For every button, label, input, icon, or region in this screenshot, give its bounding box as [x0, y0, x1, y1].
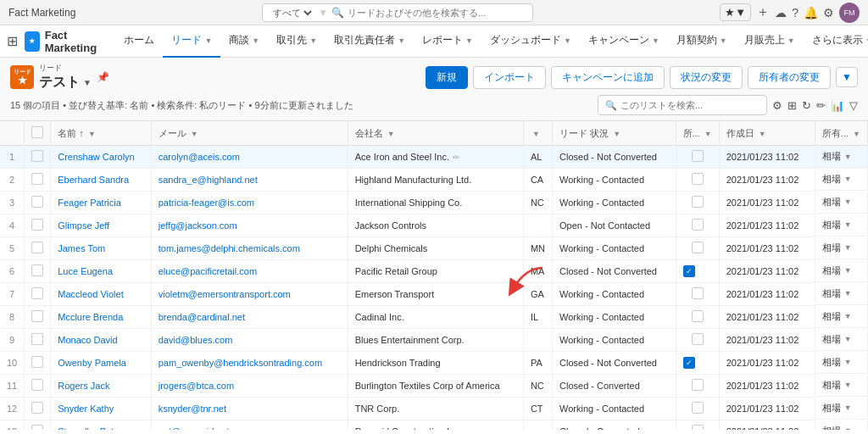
nav-item-leads[interactable]: リード▼: [163, 25, 220, 58]
owner-dropdown-icon[interactable]: ▼: [844, 220, 852, 229]
lead-name-link[interactable]: Maccleod Violet: [58, 289, 123, 299]
row-owner-check-cell[interactable]: [676, 329, 719, 352]
lead-email-link[interactable]: brenda@cardinal.net: [159, 312, 245, 322]
search-scope-select[interactable]: すべて: [270, 7, 314, 19]
lead-email-link[interactable]: david@blues.com: [159, 335, 233, 345]
lead-email-link[interactable]: eluce@pacificretail.com: [159, 266, 257, 276]
list-search-input[interactable]: [620, 100, 760, 110]
owner-dropdown-icon[interactable]: ▼: [844, 358, 852, 366]
owner-dropdown-icon[interactable]: ▼: [844, 289, 852, 298]
row-checkbox[interactable]: [31, 287, 43, 299]
col-state[interactable]: ▼: [523, 121, 552, 146]
nav-item-deals[interactable]: 商談▼: [220, 25, 268, 58]
avatar[interactable]: FM: [839, 3, 860, 23]
nav-item-monthly[interactable]: 月額契約▼: [668, 25, 736, 58]
nav-item-accounts[interactable]: 取引先▼: [268, 25, 326, 58]
lead-name-link[interactable]: Luce Eugena: [58, 266, 113, 276]
change-owner-button[interactable]: 所有者の変更: [748, 66, 831, 89]
owner-dropdown-icon[interactable]: ▼: [844, 403, 852, 412]
owner-checkbox[interactable]: ✓: [683, 357, 695, 369]
row-checkbox-cell[interactable]: [25, 398, 51, 420]
row-owner-check-cell[interactable]: [676, 283, 719, 306]
lead-name-link[interactable]: Stumuller Pat: [58, 426, 114, 430]
owner-checkbox[interactable]: ✓: [683, 265, 695, 277]
row-owner-check-cell[interactable]: [676, 398, 719, 420]
grid-icon[interactable]: ⊞: [7, 33, 18, 49]
row-checkbox[interactable]: [31, 425, 43, 430]
cloud-icon[interactable]: ☁: [775, 6, 787, 19]
select-all-checkbox[interactable]: [31, 126, 43, 138]
help-icon[interactable]: ?: [792, 6, 798, 19]
owner-dropdown-icon[interactable]: ▼: [844, 266, 852, 275]
owner-dropdown-icon[interactable]: ▼: [844, 243, 852, 252]
row-checkbox-cell[interactable]: [25, 420, 51, 431]
owner-dropdown-icon[interactable]: ▼: [844, 153, 852, 161]
row-checkbox[interactable]: [31, 242, 43, 253]
owner-dropdown-icon[interactable]: ▼: [844, 426, 852, 430]
more-actions-button[interactable]: ▼: [836, 67, 858, 87]
lead-email-link[interactable]: sandra_e@highland.net: [159, 175, 258, 185]
nav-item-reports[interactable]: レポート▼: [414, 25, 481, 58]
lead-email-link[interactable]: patricia-feager@is.com: [159, 198, 254, 208]
view-title[interactable]: テスト ▼: [39, 74, 92, 92]
lead-email-link[interactable]: tom.james@delphi.chemicals.com: [159, 243, 300, 253]
row-checkbox[interactable]: [31, 150, 43, 162]
row-checkbox[interactable]: [31, 264, 43, 276]
lead-email-link[interactable]: jeffg@jackson.com: [159, 220, 237, 231]
edit-icon[interactable]: ✏: [816, 99, 826, 112]
favorites-icon[interactable]: ★▼: [720, 3, 751, 21]
list-search-box[interactable]: 🔍: [598, 95, 767, 115]
settings-icon[interactable]: ⚙: [823, 6, 834, 19]
owner-checkbox[interactable]: [692, 425, 704, 430]
lead-name-link[interactable]: Feager Patricia: [58, 198, 121, 208]
row-owner-check-cell[interactable]: [676, 214, 719, 237]
lead-email-link[interactable]: pam_owenby@hendricksontrading.com: [159, 358, 322, 368]
row-checkbox[interactable]: [31, 219, 43, 231]
row-checkbox-cell[interactable]: [25, 260, 51, 283]
columns-icon[interactable]: ⊞: [787, 99, 797, 112]
row-checkbox-cell[interactable]: [25, 192, 51, 214]
lead-name-link[interactable]: Rogers Jack: [58, 381, 109, 391]
row-checkbox-cell[interactable]: [25, 375, 51, 398]
row-checkbox[interactable]: [31, 379, 43, 391]
row-checkbox-cell[interactable]: [25, 283, 51, 306]
row-checkbox-cell[interactable]: [25, 352, 51, 375]
owner-checkbox[interactable]: [692, 173, 704, 185]
filter-funnel-icon[interactable]: ▽: [849, 99, 858, 112]
owner-checkbox[interactable]: [692, 196, 704, 208]
nav-logo[interactable]: ★ Fact Marketing: [25, 29, 102, 54]
notification-icon[interactable]: 🔔: [804, 6, 818, 19]
row-checkbox-cell[interactable]: [25, 214, 51, 237]
owner-dropdown-icon[interactable]: ▼: [844, 381, 852, 389]
lead-email-link[interactable]: carolyn@aceis.com: [159, 152, 240, 162]
col-name[interactable]: 名前 ↑ ▼: [51, 121, 151, 146]
col-checkbox[interactable]: [25, 121, 51, 146]
row-owner-check-cell[interactable]: ✓: [676, 260, 719, 283]
owner-checkbox[interactable]: [692, 310, 704, 322]
chart-icon[interactable]: 📊: [831, 99, 844, 112]
col-owner-check[interactable]: 所... ▼: [676, 121, 719, 146]
lead-email-link[interactable]: jrogers@btca.com: [159, 381, 234, 391]
row-owner-check-cell[interactable]: [676, 192, 719, 214]
nav-item-campaigns[interactable]: キャンペーン▼: [580, 25, 668, 58]
nav-item-dashboard[interactable]: ダッシュボード▼: [481, 25, 580, 58]
lead-name-link[interactable]: Glimpse Jeff: [58, 220, 109, 231]
lead-email-link[interactable]: violetm@emersontransport.com: [159, 289, 291, 299]
add-campaign-button[interactable]: キャンペーンに追加: [551, 66, 665, 89]
inline-edit-icon[interactable]: ✏: [453, 153, 459, 162]
row-owner-check-cell[interactable]: ✓: [676, 352, 719, 375]
col-date[interactable]: 作成日 ▼: [719, 121, 815, 146]
row-checkbox[interactable]: [31, 333, 43, 345]
lead-name-link[interactable]: Owenby Pamela: [58, 358, 126, 368]
lead-name-link[interactable]: Crenshaw Carolyn: [58, 152, 134, 162]
owner-checkbox[interactable]: [692, 333, 704, 345]
nav-item-more[interactable]: さらに表示▼: [804, 25, 868, 58]
top-bar-search-box[interactable]: すべて ▼ 🔍: [262, 3, 533, 22]
settings-gear-icon[interactable]: ⚙: [772, 99, 782, 112]
lead-name-link[interactable]: Snyder Kathy: [58, 403, 114, 414]
col-owner[interactable]: 所有... ▼: [815, 121, 867, 146]
owner-checkbox[interactable]: [692, 219, 704, 231]
row-checkbox[interactable]: [31, 196, 43, 208]
lead-name-link[interactable]: James Tom: [58, 243, 105, 253]
nav-item-contacts[interactable]: 取引先責任者▼: [326, 25, 414, 58]
